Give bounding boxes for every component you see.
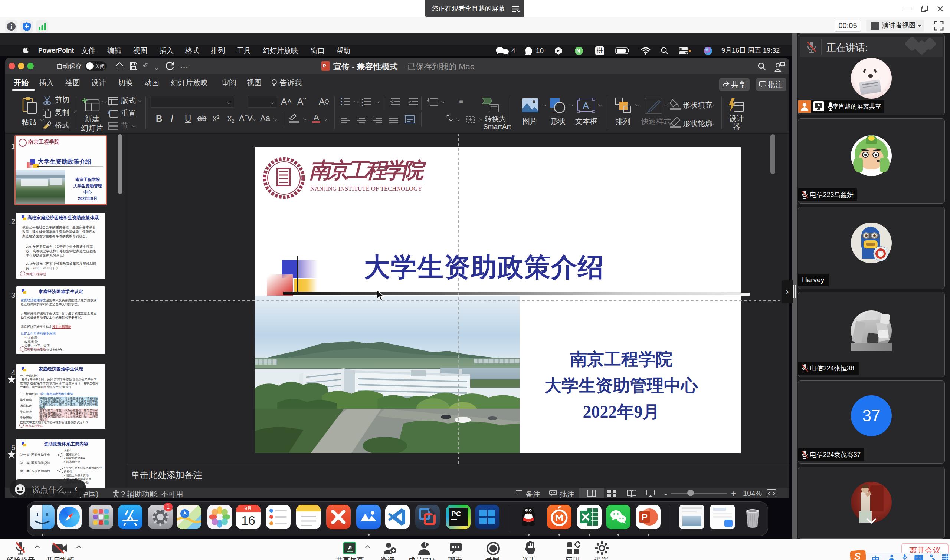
svg-text:P: P [642,512,648,522]
svg-text:A: A [583,100,589,111]
svg-text:N: N [576,48,580,54]
